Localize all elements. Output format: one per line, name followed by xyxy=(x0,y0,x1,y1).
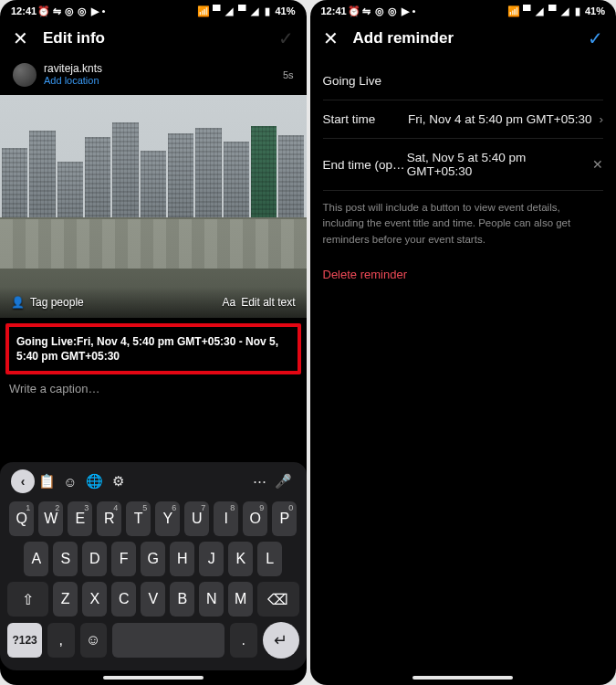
status-bar: 12:41 ⏰ ⇋ ◎ ◎ ▶ 📶 ▝▘ ◢ ▝▘ ◢ ▮ 41% xyxy=(310,0,617,18)
end-time-row[interactable]: End time (opti… Sat, Nov 5 at 5:40 pm GM… xyxy=(323,139,604,191)
nav-bar[interactable] xyxy=(310,670,617,685)
wifi-icon: 📶 xyxy=(508,5,519,16)
signal-icon: ◢ xyxy=(224,5,235,16)
close-icon[interactable]: ✕ xyxy=(13,27,28,49)
post-image[interactable]: 👤Tag people AaEdit alt text xyxy=(0,95,307,318)
keyboard-row-3: ⇧ Z X C V B N M ⌫ xyxy=(4,579,303,619)
alarm-icon: ⏰ xyxy=(38,5,49,16)
key-n[interactable]: N xyxy=(199,582,224,616)
key-q[interactable]: 1Q xyxy=(9,501,34,536)
period-key[interactable]: . xyxy=(230,623,256,658)
key-c[interactable]: C xyxy=(111,582,136,616)
keyboard-collapse-icon[interactable]: ‹ xyxy=(11,469,35,493)
chevron-right-icon: › xyxy=(600,112,604,126)
keyboard: ‹ 📋 ☺ 🌐 ⚙ ⋯ 🎤 1Q 2W 3E 4R 5T 6Y 7U 8I 9O… xyxy=(0,462,307,670)
close-icon[interactable]: ✕ xyxy=(323,27,339,49)
more-icon[interactable]: ⋯ xyxy=(248,469,272,493)
key-p[interactable]: 0P xyxy=(272,501,297,536)
key-w[interactable]: 2W xyxy=(38,501,63,536)
signal-icon: ◢ xyxy=(534,5,545,16)
volte-icon: ▝▘ xyxy=(236,5,247,16)
battery-icon: ▮ xyxy=(262,5,273,16)
edit-alt-text-button[interactable]: AaEdit alt text xyxy=(222,296,295,309)
clear-end-time-icon[interactable]: ✕ xyxy=(592,157,603,172)
signal-icon: ◢ xyxy=(559,5,570,16)
space-key[interactable] xyxy=(112,623,224,658)
clipboard-icon[interactable]: 📋 xyxy=(35,469,58,493)
key-l[interactable]: L xyxy=(257,542,282,576)
keyboard-row-1: 1Q 2W 3E 4R 5T 6Y 7U 8I 9O 0P xyxy=(4,499,303,539)
enter-key[interactable]: ↵ xyxy=(263,622,299,659)
nav-bar[interactable] xyxy=(0,670,307,685)
signal-icon: ◢ xyxy=(249,5,260,16)
key-z[interactable]: Z xyxy=(53,582,78,616)
key-x[interactable]: X xyxy=(82,582,107,616)
key-m[interactable]: M xyxy=(228,582,253,616)
post-age: 5s xyxy=(283,69,294,80)
add-location-link[interactable]: Add location xyxy=(44,75,102,87)
header: ✕ Add reminder ✓ xyxy=(310,18,617,58)
start-time-row[interactable]: Start time Fri, Nov 4 at 5:40 pm GMT+05:… xyxy=(323,100,604,139)
start-time-value: Fri, Nov 4 at 5:40 pm GMT+05:30 xyxy=(408,112,591,126)
status-bar: 12:41 ⏰ ⇋ ◎ ◎ ▶ 📶 ▝▘ ◢ ▝▘ ◢ ▮ 41% xyxy=(0,0,307,18)
key-h[interactable]: H xyxy=(170,542,194,576)
symbols-key[interactable]: ?123 xyxy=(7,623,42,658)
caption-input[interactable]: Write a caption… xyxy=(0,376,307,403)
instagram-icon: ◎ xyxy=(64,5,75,16)
event-title-value: Going Live xyxy=(323,74,382,88)
settings-icon[interactable]: ⚙ xyxy=(106,469,130,493)
volte-icon: ▝▘ xyxy=(211,5,222,16)
volte-icon: ▝▘ xyxy=(547,5,558,16)
keyboard-row-4: ?123 , ☺ . ↵ xyxy=(4,619,303,661)
key-t[interactable]: 5T xyxy=(126,501,151,536)
end-time-label: End time (opti… xyxy=(323,158,407,172)
translate-icon[interactable]: 🌐 xyxy=(82,469,106,493)
battery-percent: 41% xyxy=(585,5,605,16)
wifi-icon: 📶 xyxy=(198,5,209,16)
key-o[interactable]: 9O xyxy=(243,501,267,536)
status-time: 12:41 xyxy=(321,5,347,16)
status-time: 12:41 xyxy=(11,5,37,16)
end-time-value: Sat, Nov 5 at 5:40 pm GMT+05:30 xyxy=(407,151,585,178)
avatar[interactable] xyxy=(13,63,37,87)
page-title: Edit info xyxy=(43,29,264,47)
battery-icon: ▮ xyxy=(572,5,583,16)
header: ✕ Edit info ✓ xyxy=(0,18,307,58)
key-b[interactable]: B xyxy=(170,582,194,616)
key-f[interactable]: F xyxy=(111,542,136,576)
mic-icon[interactable]: 🎤 xyxy=(272,469,296,493)
key-k[interactable]: K xyxy=(228,542,253,576)
key-a[interactable]: A xyxy=(24,542,48,576)
key-j[interactable]: J xyxy=(199,542,224,576)
event-title-row[interactable]: Going Live xyxy=(323,62,604,100)
event-reminder-banner[interactable]: Going Live:Fri, Nov 4, 5:40 pm GMT+05:30… xyxy=(5,323,301,374)
comma-key[interactable]: , xyxy=(47,623,74,658)
key-u[interactable]: 7U xyxy=(184,501,209,536)
person-icon: 👤 xyxy=(11,296,25,309)
delete-reminder-button[interactable]: Delete reminder xyxy=(323,264,604,281)
key-i[interactable]: 8I xyxy=(214,501,238,536)
key-r[interactable]: 4R xyxy=(97,501,121,536)
key-d[interactable]: D xyxy=(82,542,107,576)
dot-icon xyxy=(102,10,105,13)
emoji-key[interactable]: ☺ xyxy=(80,623,107,658)
link-icon: ⇋ xyxy=(361,5,372,16)
shift-key[interactable]: ⇧ xyxy=(7,582,48,616)
key-v[interactable]: V xyxy=(141,582,165,616)
confirm-check-icon[interactable]: ✓ xyxy=(278,27,294,49)
instagram-icon: ◎ xyxy=(387,5,398,16)
backspace-key[interactable]: ⌫ xyxy=(257,582,298,616)
page-title: Add reminder xyxy=(353,29,574,47)
user-line: raviteja.knts Add location 5s xyxy=(0,58,307,95)
key-g[interactable]: G xyxy=(141,542,165,576)
reminder-form: Going Live Start time Fri, Nov 4 at 5:40… xyxy=(310,58,617,285)
key-e[interactable]: 3E xyxy=(68,501,92,536)
username[interactable]: raviteja.knts xyxy=(44,62,102,75)
key-s[interactable]: S xyxy=(53,542,78,576)
start-time-label: Start time xyxy=(323,112,376,126)
volte-icon: ▝▘ xyxy=(521,5,532,16)
confirm-check-icon[interactable]: ✓ xyxy=(588,27,603,49)
sticker-icon[interactable]: ☺ xyxy=(58,469,82,493)
tag-people-button[interactable]: 👤Tag people xyxy=(11,296,84,309)
key-y[interactable]: 6Y xyxy=(155,501,180,536)
